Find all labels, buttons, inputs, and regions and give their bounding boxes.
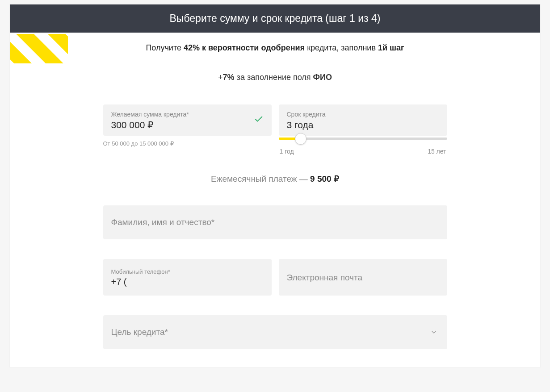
phone-email-row: Мобильный телефон* +7 ( Электронная почт… <box>103 259 447 296</box>
phone-label: Мобильный телефон* <box>111 268 264 275</box>
loan-term-value: 3 года <box>287 120 314 130</box>
step-header: Выберите сумму и срок кредита (шаг 1 из … <box>10 4 540 33</box>
step-title: Выберите сумму и срок кредита (шаг 1 из … <box>170 13 381 24</box>
loan-term-label: Срок кредита <box>287 111 439 118</box>
loan-term-field[interactable]: Срок кредита 3 года <box>279 104 447 136</box>
loan-purpose-select[interactable]: Цель кредита* <box>103 315 447 349</box>
loan-amount-field[interactable]: Желаемая сумма кредита* 300 000 ₽ <box>103 104 272 136</box>
term-slider-labels: 1 год 15 лет <box>279 148 447 155</box>
term-min-label: 1 год <box>280 148 294 155</box>
term-slider-thumb[interactable] <box>295 133 306 145</box>
check-icon <box>254 114 264 126</box>
monthly-value: 9 500 ₽ <box>310 174 339 183</box>
email-placeholder: Электронная почта <box>287 273 439 283</box>
chevron-down-icon <box>430 329 437 336</box>
loan-amount-value: 300 000 ₽ <box>111 120 154 130</box>
bonus-hint: +7% за заполнение поля ФИО <box>10 61 540 87</box>
bonus-text: за заполнение поля <box>235 73 313 82</box>
loan-purpose-placeholder: Цель кредита* <box>111 327 168 337</box>
bonus-percent: 7% <box>223 73 235 82</box>
form-area: Желаемая сумма кредита* 300 000 ₽ От 50 … <box>103 104 447 349</box>
approval-prefix: Получите <box>146 43 184 52</box>
bonus-field: ФИО <box>313 73 332 82</box>
monthly-payment: Ежемесячный платеж — 9 500 ₽ <box>103 174 447 184</box>
approval-step: 1й шаг <box>378 43 404 52</box>
approval-mid: кредита, заполнив <box>305 43 378 52</box>
decorative-stripes <box>10 34 68 63</box>
email-input[interactable]: Электронная почта <box>279 259 447 296</box>
approval-percent: 42% к вероятности одобрения <box>184 43 305 52</box>
term-max-label: 15 лет <box>428 148 446 155</box>
monthly-label: Ежемесячный платеж — <box>211 174 310 183</box>
phone-input[interactable]: Мобильный телефон* +7 ( <box>103 259 272 296</box>
loan-amount-hint: От 50 000 до 15 000 000 ₽ <box>103 140 272 147</box>
phone-value: +7 ( <box>111 277 264 287</box>
loan-amount-label: Желаемая сумма кредита* <box>111 111 264 118</box>
term-slider[interactable] <box>279 138 447 140</box>
fio-input[interactable]: Фамилия, имя и отчество* <box>103 205 447 239</box>
bonus-plus: + <box>218 73 223 82</box>
amount-term-row: Желаемая сумма кредита* 300 000 ₽ От 50 … <box>103 104 447 155</box>
fio-placeholder: Фамилия, имя и отчество* <box>111 217 215 227</box>
approval-hint: Получите 42% к вероятности одобрения кре… <box>10 33 540 61</box>
